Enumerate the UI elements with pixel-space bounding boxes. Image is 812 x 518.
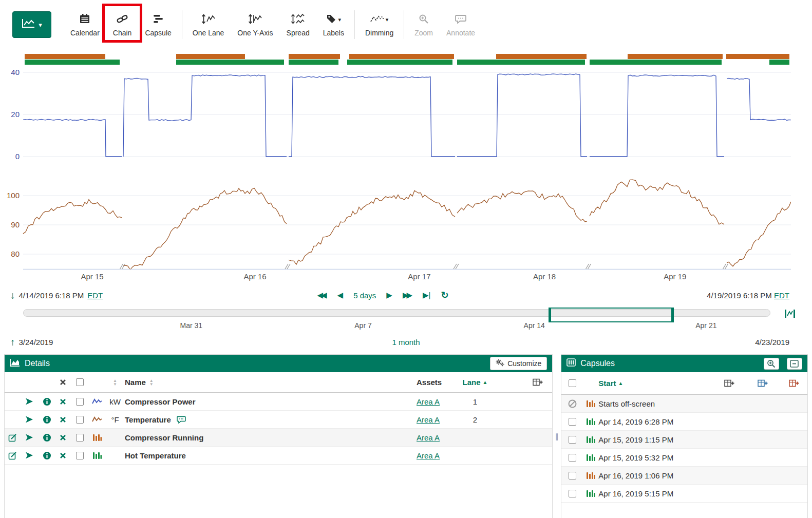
sort-color-header[interactable]: ▲▼ xyxy=(105,379,125,386)
asset-link[interactable]: Area A xyxy=(417,433,440,442)
display-range-start[interactable]: 4/14/2019 6:18 PM xyxy=(19,291,84,300)
investigate-range-start[interactable]: 3/24/2019 xyxy=(19,338,53,347)
info-icon[interactable] xyxy=(39,397,55,406)
lane-column-header[interactable]: Lane▲ xyxy=(457,378,494,387)
toolbar-button-one-lane[interactable]: One Lane xyxy=(186,10,231,40)
timezone-link[interactable]: EDT xyxy=(774,291,789,300)
name-column-header[interactable]: Name▲▼ xyxy=(125,378,417,387)
capsule-bar[interactable] xyxy=(289,54,340,59)
step-to-end-button[interactable]: ▶| xyxy=(423,291,430,300)
refresh-button[interactable]: ↻ xyxy=(441,290,448,301)
capsule-bar[interactable] xyxy=(628,54,723,59)
capsules-rows: Starts off-screen Apr 14, 2019 6:28 PM A… xyxy=(561,395,807,503)
toolbar-button-annotate[interactable]: Annotate xyxy=(440,10,482,40)
start-column-header[interactable]: Start▲ xyxy=(598,379,714,388)
capsules-panel-title: Capsules xyxy=(580,359,615,368)
add-stat-column-icon[interactable] xyxy=(745,379,781,388)
slider-selection-window[interactable] xyxy=(549,308,674,322)
bottom-panels: Details Customize ▲▼ Name▲▼ Assets Lane▲… xyxy=(0,354,812,518)
capsule-time-toggle-icon[interactable] xyxy=(784,309,796,320)
comment-icon[interactable] xyxy=(177,416,186,424)
navigate-icon[interactable] xyxy=(20,397,39,406)
remove-icon[interactable] xyxy=(55,434,70,441)
capsule-checkbox[interactable] xyxy=(569,454,576,462)
asset-link[interactable]: Area A xyxy=(417,451,440,460)
toolbar-button-label: Zoom xyxy=(414,29,433,37)
step-forward-button[interactable]: ▶ xyxy=(386,291,392,300)
remove-icon[interactable] xyxy=(55,398,70,405)
row-checkbox[interactable] xyxy=(76,416,84,424)
remove-icon[interactable] xyxy=(55,452,70,459)
toolbar-button-spread[interactable]: Spread xyxy=(280,10,316,40)
remove-all-icon[interactable] xyxy=(55,379,70,386)
navigate-icon[interactable] xyxy=(20,451,39,459)
toolbar-button-one-y-axis[interactable]: One Y-Axis xyxy=(231,10,279,40)
step-back-button[interactable]: ◀ xyxy=(337,291,344,300)
navigate-icon[interactable] xyxy=(20,433,39,442)
display-range-end[interactable]: 4/19/2019 6:18 PM xyxy=(707,291,772,300)
info-icon[interactable] xyxy=(39,415,55,424)
slider-left-handle[interactable] xyxy=(549,309,551,321)
capsule-checkbox[interactable] xyxy=(569,472,576,479)
toolbar-button-dimming[interactable]: ▾ Dimming xyxy=(358,10,400,40)
details-row-1: kW Compressor Power Area A 1 xyxy=(5,393,552,411)
capsule-bar[interactable] xyxy=(347,60,452,65)
one-y-axis-icon xyxy=(248,13,262,27)
capsule-row-1: Starts off-screen xyxy=(561,395,807,413)
svg-text:40: 40 xyxy=(11,68,20,76)
capsule-bar[interactable] xyxy=(496,54,587,59)
investigate-range-duration[interactable]: 1 month xyxy=(392,338,420,347)
capsule-bar[interactable] xyxy=(176,60,285,65)
add-column-icon[interactable] xyxy=(714,379,745,388)
capsule-checkbox[interactable] xyxy=(569,490,576,497)
asset-link[interactable]: Area A xyxy=(417,397,440,406)
condition-icon xyxy=(89,452,105,459)
add-property-column-icon[interactable] xyxy=(781,379,807,388)
toolbar-button-zoom[interactable]: Zoom xyxy=(408,10,440,40)
edit-icon[interactable] xyxy=(5,451,20,460)
navigate-icon[interactable] xyxy=(20,415,39,424)
capsules-panel-header: Capsules xyxy=(561,355,807,372)
asset-link[interactable]: Area A xyxy=(417,415,440,424)
view-dropdown-button[interactable]: ▾ xyxy=(12,11,51,38)
row-checkbox[interactable] xyxy=(76,434,84,442)
capsule-bar[interactable] xyxy=(25,54,105,59)
capsule-bar[interactable] xyxy=(289,60,338,65)
toolbar: ▾ Calendar Chain Capsule One Lane One Y-… xyxy=(0,0,812,49)
investigate-range-end[interactable]: 4/23/2019 xyxy=(755,338,789,347)
row-checkbox[interactable] xyxy=(76,452,84,459)
toolbar-button-labels[interactable]: ▾ Labels xyxy=(316,10,351,40)
step-forward-fast-button[interactable]: ▶▶ xyxy=(403,291,412,300)
capsule-bar[interactable] xyxy=(726,54,789,59)
capsule-bar[interactable] xyxy=(25,60,120,65)
capsule-checkbox[interactable] xyxy=(569,418,576,426)
slider-right-handle[interactable] xyxy=(671,309,674,321)
duration-label[interactable]: 5 days xyxy=(353,291,376,300)
select-all-checkbox[interactable] xyxy=(76,378,84,386)
capsule-bar[interactable] xyxy=(176,54,246,59)
toolbar-buttons: Calendar Chain Capsule One Lane One Y-Ax… xyxy=(64,10,482,40)
add-column-icon[interactable] xyxy=(494,378,552,387)
capsule-bar[interactable] xyxy=(457,60,586,65)
row-checkbox[interactable] xyxy=(76,398,84,406)
panel-splitter[interactable]: ∥ xyxy=(553,354,561,518)
trend-chart-canvas[interactable]: 020408090100 xyxy=(0,68,791,270)
zoom-to-capsule-button[interactable] xyxy=(764,358,779,370)
assets-column-header[interactable]: Assets xyxy=(417,378,457,387)
customize-button[interactable]: Customize xyxy=(490,357,547,370)
capsule-checkbox[interactable] xyxy=(569,436,576,444)
info-icon[interactable] xyxy=(39,433,55,442)
collapse-panel-button[interactable] xyxy=(787,358,802,370)
timezone-link[interactable]: EDT xyxy=(87,291,103,300)
info-icon[interactable] xyxy=(39,451,55,460)
edit-icon[interactable] xyxy=(5,433,20,442)
capsule-bar[interactable] xyxy=(590,60,722,65)
toolbar-button-capsule[interactable]: Capsule xyxy=(138,10,178,40)
step-back-fast-button[interactable]: ◀◀ xyxy=(317,291,327,300)
capsule-bar[interactable] xyxy=(769,60,789,65)
select-all-capsules-checkbox[interactable] xyxy=(569,379,576,387)
capsule-bar[interactable] xyxy=(349,54,454,59)
remove-icon[interactable] xyxy=(55,416,70,423)
toolbar-button-chain[interactable]: Chain xyxy=(106,10,139,40)
toolbar-button-calendar[interactable]: Calendar xyxy=(64,10,106,40)
